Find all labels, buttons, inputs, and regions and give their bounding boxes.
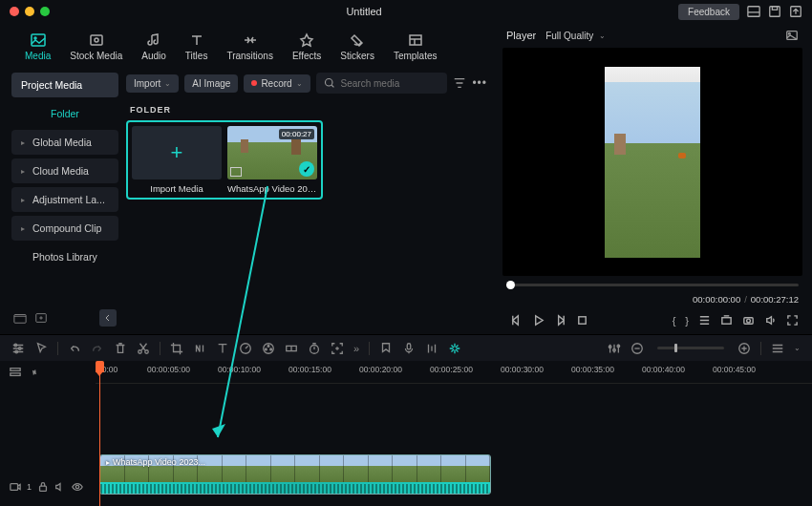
mark-in-icon[interactable]: { bbox=[673, 315, 676, 327]
svg-point-30 bbox=[270, 348, 272, 350]
speed-icon[interactable] bbox=[239, 342, 252, 355]
export-icon[interactable] bbox=[789, 5, 802, 18]
prev-frame-icon[interactable] bbox=[510, 314, 523, 327]
preferences-icon[interactable] bbox=[11, 342, 25, 355]
search-icon bbox=[324, 76, 335, 90]
undo-icon[interactable] bbox=[68, 342, 81, 355]
fullscreen-icon[interactable] bbox=[786, 314, 799, 327]
plus-icon: + bbox=[171, 140, 183, 165]
stop-icon[interactable] bbox=[576, 314, 588, 327]
track-badge: 1 bbox=[27, 482, 32, 492]
svg-point-14 bbox=[325, 79, 331, 86]
minimize-window-button[interactable] bbox=[25, 7, 34, 16]
tab-audio-label: Audio bbox=[141, 51, 166, 61]
crop-icon[interactable] bbox=[170, 342, 183, 355]
record-vo-icon[interactable] bbox=[402, 342, 416, 355]
video-track-icon bbox=[10, 481, 21, 493]
video-track-header[interactable]: 1 bbox=[0, 475, 96, 506]
sidebar-folder[interactable]: Folder bbox=[11, 101, 118, 126]
audio-mix-icon[interactable] bbox=[425, 342, 438, 355]
lock-icon[interactable] bbox=[37, 481, 49, 493]
redo-icon[interactable] bbox=[91, 342, 104, 355]
new-bin-icon[interactable] bbox=[34, 311, 48, 325]
layout-icon[interactable] bbox=[747, 5, 760, 18]
zoom-out-icon[interactable] bbox=[630, 342, 644, 355]
visibility-icon[interactable] bbox=[72, 481, 83, 493]
camera-icon[interactable] bbox=[742, 314, 755, 327]
delete-icon[interactable] bbox=[114, 342, 127, 355]
detect-icon[interactable] bbox=[331, 342, 344, 355]
auto-ripple-icon[interactable] bbox=[448, 342, 461, 355]
filter-icon[interactable] bbox=[453, 76, 466, 90]
media-clip-tile[interactable]: 00:00:27 WhatsApp Video 202... bbox=[227, 126, 317, 194]
player-progress[interactable] bbox=[506, 284, 799, 286]
tab-stock-media[interactable]: Stock Media bbox=[62, 29, 130, 67]
volume-icon[interactable] bbox=[764, 314, 777, 327]
timeline-clip-label: WhatsApp Video 2023... bbox=[106, 457, 205, 467]
marker-list-icon[interactable] bbox=[698, 314, 711, 327]
color-icon[interactable] bbox=[262, 342, 275, 355]
sidebar-project-media[interactable]: Project Media bbox=[11, 73, 118, 97]
keyframe-icon[interactable] bbox=[285, 342, 298, 355]
save-icon[interactable] bbox=[768, 5, 781, 18]
mixer-icon[interactable] bbox=[608, 342, 621, 355]
tab-templates[interactable]: Templates bbox=[386, 29, 445, 67]
play-icon[interactable] bbox=[532, 314, 545, 327]
snapshot-icon[interactable] bbox=[785, 29, 799, 42]
current-time: 00:00:00:00 bbox=[693, 294, 740, 305]
tab-effects[interactable]: Effects bbox=[285, 29, 329, 67]
import-media-tile[interactable]: + Import Media bbox=[132, 126, 222, 194]
ai-image-button[interactable]: AI Image bbox=[184, 74, 238, 93]
close-window-button[interactable] bbox=[10, 7, 19, 16]
track-stack-icon[interactable] bbox=[10, 367, 21, 378]
speed-text-icon[interactable] bbox=[193, 342, 206, 355]
text-icon[interactable] bbox=[216, 342, 229, 355]
detach-icon[interactable] bbox=[720, 314, 733, 327]
next-frame-icon[interactable] bbox=[554, 314, 566, 327]
timer-icon[interactable] bbox=[308, 342, 321, 355]
svg-rect-2 bbox=[770, 7, 780, 17]
frame-size-icon bbox=[230, 167, 242, 177]
more-options-button[interactable]: ••• bbox=[472, 76, 487, 90]
timeline-tracks-area[interactable]: 00:00 00:00:05:00 00:00:10:00 00:00:15:0… bbox=[96, 361, 812, 506]
feedback-button[interactable]: Feedback bbox=[678, 4, 739, 20]
more-tools-icon[interactable]: » bbox=[353, 343, 359, 354]
import-media-label: Import Media bbox=[150, 183, 203, 194]
pointer-icon[interactable] bbox=[34, 342, 48, 355]
media-browser: Import⌄ AI Image Record⌄ ••• FOLDER + Im… bbox=[126, 73, 487, 334]
sidebar-photos-library[interactable]: Photos Library bbox=[11, 244, 118, 269]
search-field[interactable] bbox=[316, 73, 448, 94]
mute-track-icon[interactable] bbox=[54, 481, 66, 493]
cut-icon[interactable] bbox=[137, 342, 150, 355]
tab-media[interactable]: Media bbox=[17, 29, 58, 67]
sidebar-cloud-media[interactable]: ▸Cloud Media bbox=[11, 158, 118, 183]
import-dropdown[interactable]: Import⌄ bbox=[126, 74, 179, 93]
zoom-slider[interactable] bbox=[657, 347, 724, 349]
collapse-sidebar-button[interactable] bbox=[99, 309, 117, 327]
tab-titles[interactable]: Titles bbox=[178, 29, 216, 67]
tab-stickers[interactable]: Stickers bbox=[332, 29, 382, 67]
playhead[interactable] bbox=[99, 361, 100, 506]
tab-audio[interactable]: Audio bbox=[134, 29, 174, 67]
sidebar-global-media[interactable]: ▸Global Media bbox=[11, 130, 118, 155]
link-icon[interactable] bbox=[29, 367, 40, 378]
time-ruler[interactable]: 00:00 00:00:05:00 00:00:10:00 00:00:15:0… bbox=[96, 361, 812, 384]
sidebar-adjustment-layer[interactable]: ▸Adjustment La... bbox=[11, 187, 118, 212]
player-viewport[interactable] bbox=[502, 48, 802, 276]
quality-dropdown[interactable]: Full Quality⌄ bbox=[545, 31, 606, 41]
sidebar-compound-clip[interactable]: ▸Compound Clip bbox=[11, 216, 118, 241]
clip-label: WhatsApp Video 202... bbox=[227, 183, 317, 194]
record-dropdown[interactable]: Record⌄ bbox=[244, 74, 310, 93]
mark-out-icon[interactable]: } bbox=[685, 315, 689, 327]
timeline-clip[interactable]: WhatsApp Video 2023... bbox=[99, 454, 491, 495]
tab-transitions[interactable]: Transitions bbox=[219, 29, 281, 67]
zoom-in-icon[interactable] bbox=[737, 342, 751, 355]
search-input[interactable] bbox=[341, 78, 440, 89]
source-tabs: Media Stock Media Audio Titles Transitio… bbox=[0, 23, 497, 67]
svg-rect-0 bbox=[748, 7, 759, 17]
new-folder-icon[interactable] bbox=[13, 311, 27, 325]
track-display-icon[interactable] bbox=[771, 342, 784, 355]
maximize-window-button[interactable] bbox=[40, 7, 50, 16]
window-controls bbox=[10, 7, 50, 16]
marker-icon[interactable] bbox=[379, 342, 393, 355]
